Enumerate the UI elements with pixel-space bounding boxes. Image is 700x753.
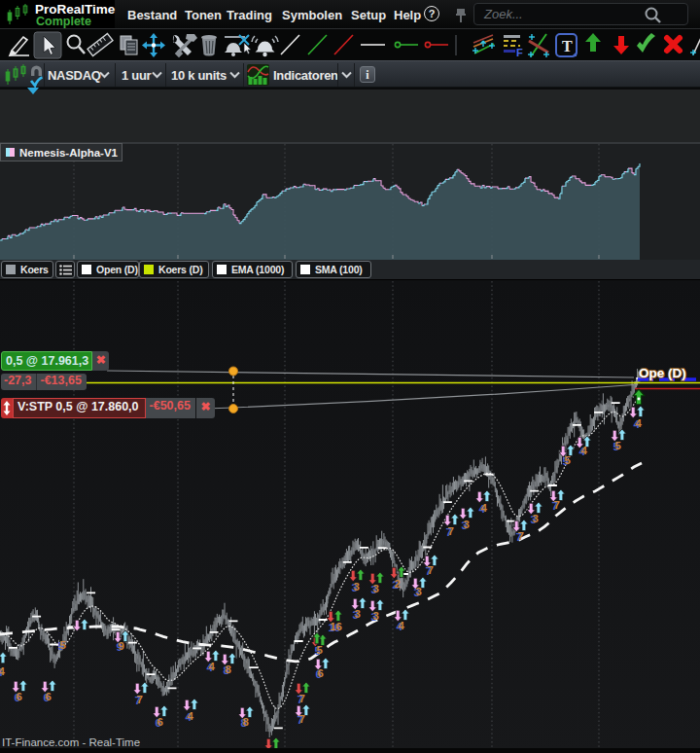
svg-text:7: 7 bbox=[427, 564, 433, 576]
svg-text:9: 9 bbox=[118, 640, 123, 652]
svg-text:7: 7 bbox=[553, 499, 559, 511]
svg-text:3: 3 bbox=[353, 581, 359, 592]
svg-text:2: 2 bbox=[394, 578, 400, 590]
svg-text:4: 4 bbox=[187, 710, 193, 722]
svg-text:8: 8 bbox=[225, 663, 231, 675]
svg-text:4: 4 bbox=[398, 620, 404, 631]
svg-text:8: 8 bbox=[242, 716, 249, 728]
svg-text:3: 3 bbox=[463, 519, 469, 530]
svg-text:3: 3 bbox=[372, 583, 378, 594]
svg-text:7: 7 bbox=[298, 693, 304, 704]
svg-text:IT-Finance.com - Real-Time: IT-Finance.com - Real-Time bbox=[2, 736, 140, 748]
svg-text:16: 16 bbox=[330, 621, 342, 632]
svg-text:7: 7 bbox=[298, 713, 304, 725]
svg-text:6: 6 bbox=[157, 716, 162, 728]
svg-text:4: 4 bbox=[580, 445, 587, 456]
svg-text:F: F bbox=[516, 47, 523, 58]
svg-text:4: 4 bbox=[0, 665, 5, 677]
svg-text:4: 4 bbox=[480, 502, 487, 514]
svg-text:3: 3 bbox=[372, 610, 378, 622]
svg-text:T: T bbox=[562, 38, 573, 54]
svg-text:6: 6 bbox=[317, 667, 323, 679]
svg-text:7: 7 bbox=[517, 530, 523, 542]
svg-text:4: 4 bbox=[208, 661, 215, 672]
svg-text:7: 7 bbox=[447, 525, 453, 537]
svg-text:5: 5 bbox=[614, 440, 621, 451]
svg-text:5: 5 bbox=[316, 644, 323, 656]
svg-text:3: 3 bbox=[532, 513, 538, 524]
svg-text:4: 4 bbox=[635, 417, 642, 429]
svg-text:3: 3 bbox=[354, 608, 360, 620]
svg-text:6: 6 bbox=[45, 691, 51, 702]
svg-text:5: 5 bbox=[59, 639, 66, 651]
svg-text:7: 7 bbox=[136, 694, 142, 705]
svg-text:6: 6 bbox=[16, 691, 21, 702]
svg-text:5: 5 bbox=[564, 454, 571, 466]
svg-text:Ope (D): Ope (D) bbox=[639, 366, 686, 380]
svg-text:3: 3 bbox=[415, 586, 421, 597]
